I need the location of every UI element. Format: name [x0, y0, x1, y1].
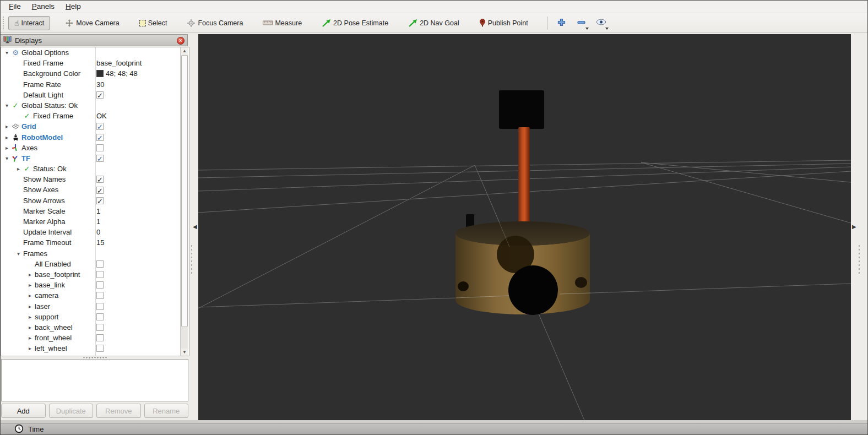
chevron-right-icon[interactable]: ▸: [26, 322, 34, 333]
tool-interact[interactable]: ☝Interact: [8, 16, 50, 30]
menu-panels[interactable]: Panels: [26, 1, 60, 12]
tree-value[interactable]: ✓: [96, 90, 104, 100]
tree-row-marker-scale[interactable]: Marker Scale1: [1, 206, 181, 216]
chevron-down-icon[interactable]: [605, 28, 609, 30]
tree-value[interactable]: ✓: [96, 153, 104, 164]
checkbox[interactable]: ✓: [96, 197, 104, 204]
checkbox[interactable]: [96, 324, 104, 331]
zoom-in-button[interactable]: [555, 16, 569, 30]
menu-help[interactable]: Help: [60, 1, 86, 12]
tree-row-base_link[interactable]: ▸base_link: [1, 280, 181, 290]
tree-row-status-ok[interactable]: ▸✓Status: Ok: [1, 164, 181, 174]
tree-value[interactable]: ✓: [96, 195, 104, 206]
tree-row-update-interval[interactable]: Update Interval0: [1, 227, 181, 237]
add-button[interactable]: Add: [1, 404, 46, 418]
tree-row-fixed-frame[interactable]: Fixed Framebase_footprint: [1, 58, 181, 68]
checkbox[interactable]: [96, 334, 104, 341]
tree-value[interactable]: [96, 343, 104, 354]
checkbox[interactable]: [96, 345, 104, 352]
tree-row-camera[interactable]: ▸camera: [1, 290, 181, 301]
tree-row-support[interactable]: ▸support: [1, 312, 181, 322]
tree-row-frame-timeout[interactable]: Frame Timeout15: [1, 237, 181, 248]
tree-row-laser[interactable]: ▸laser: [1, 301, 181, 312]
checkbox[interactable]: [96, 313, 104, 320]
chevron-right-icon[interactable]: ▸: [26, 343, 34, 354]
toolbar-drag-handle[interactable]: [2, 16, 5, 30]
displays-panel-header[interactable]: Displays ✕: [0, 34, 188, 46]
tree-row-show-names[interactable]: Show Names✓: [1, 174, 181, 184]
chevron-right-icon[interactable]: ▸: [26, 312, 34, 322]
tree-value[interactable]: [96, 301, 104, 312]
tool-select[interactable]: Select: [134, 17, 172, 30]
tree-value[interactable]: ✓: [96, 121, 104, 132]
tree-row-back_wheel[interactable]: ▸back_wheel: [1, 322, 181, 333]
tree-row-show-axes[interactable]: Show Axes✓: [1, 184, 181, 195]
zoom-out-button[interactable]: [574, 16, 589, 30]
tool-move-camera[interactable]: Move Camera: [60, 16, 124, 30]
close-icon[interactable]: ✕: [177, 37, 185, 45]
right-panel-splitter[interactable]: ▶: [851, 33, 868, 420]
tree-value[interactable]: [96, 259, 104, 269]
collapse-left-icon[interactable]: ◀: [193, 224, 197, 230]
tree-row-base_footprint[interactable]: ▸base_footprint: [1, 269, 181, 280]
tool-publish-point[interactable]: Publish Point: [474, 16, 533, 30]
tool-measure[interactable]: Measure: [258, 17, 307, 30]
tree-row-marker-alpha[interactable]: Marker Alpha1: [1, 216, 181, 227]
chevron-right-icon[interactable]: ▸: [26, 280, 34, 290]
tree-value[interactable]: [96, 143, 104, 153]
tree-row-all-enabled[interactable]: All Enabled: [1, 259, 181, 269]
chevron-down-icon[interactable]: ▾: [3, 100, 10, 111]
tree-row-tf[interactable]: ▾TF✓: [1, 153, 181, 164]
tree-row-axes[interactable]: ▸Axes: [1, 143, 181, 153]
tree-value[interactable]: [96, 280, 104, 290]
tree-row-show-arrows[interactable]: Show Arrows✓: [1, 195, 181, 206]
checkbox[interactable]: ✓: [96, 176, 104, 183]
time-panel-header[interactable]: Time: [0, 423, 868, 435]
tree-value[interactable]: base_footprint: [96, 58, 142, 68]
color-swatch[interactable]: [96, 70, 104, 77]
tree-row-fixed-frame[interactable]: ✓Fixed FrameOK: [1, 111, 181, 121]
checkbox[interactable]: ✓: [96, 123, 104, 130]
tree-row-left_wheel[interactable]: ▸left_wheel: [1, 343, 181, 354]
chevron-right-icon[interactable]: ▸: [3, 143, 10, 153]
chevron-down-icon[interactable]: ▾: [15, 248, 22, 259]
chevron-right-icon[interactable]: ▸: [26, 333, 34, 343]
checkbox[interactable]: ✓: [96, 187, 104, 194]
tree-value[interactable]: 1: [96, 216, 100, 227]
tree-row-global-status-ok[interactable]: ▾✓Global Status: Ok: [1, 100, 181, 111]
checkbox[interactable]: [96, 260, 104, 268]
chevron-down-icon[interactable]: ▾: [3, 153, 10, 164]
tree-value[interactable]: OK: [96, 111, 107, 121]
scrollbar-up-icon[interactable]: ▲: [181, 47, 188, 55]
tree-row-background-color[interactable]: Background Color48; 48; 48: [1, 68, 181, 79]
tree-value[interactable]: ✓: [96, 184, 104, 195]
chevron-right-icon[interactable]: ▸: [3, 121, 10, 132]
chevron-right-icon[interactable]: ▸: [26, 301, 34, 312]
tree-value[interactable]: 15: [96, 237, 104, 248]
tree-value[interactable]: 48; 48; 48: [96, 68, 138, 79]
tree-row-front_wheel[interactable]: ▸front_wheel: [1, 333, 181, 343]
tree-row-robotmodel[interactable]: ▸RobotModel✓: [1, 132, 181, 143]
menu-file[interactable]: File: [3, 1, 26, 12]
tree-value[interactable]: ✓: [96, 132, 104, 143]
checkbox[interactable]: [96, 303, 104, 310]
tree-value[interactable]: 30: [96, 79, 104, 90]
scrollbar-down-icon[interactable]: ▼: [181, 349, 188, 356]
checkbox[interactable]: [96, 271, 104, 278]
checkbox[interactable]: [96, 292, 104, 299]
tree-value[interactable]: [96, 322, 104, 333]
tree-value[interactable]: ✓: [96, 174, 104, 184]
scrollbar-thumb[interactable]: [181, 55, 188, 327]
chevron-right-icon[interactable]: ▸: [26, 354, 34, 356]
tool-focus-camera[interactable]: Focus Camera: [182, 16, 248, 30]
tree-value[interactable]: [96, 312, 104, 322]
chevron-right-icon[interactable]: ▸: [26, 290, 34, 301]
checkbox[interactable]: ✓: [96, 91, 104, 99]
tool-2d-pose-estimate[interactable]: 2D Pose Estimate: [317, 16, 393, 30]
visibility-button[interactable]: [594, 16, 609, 30]
checkbox[interactable]: ✓: [96, 134, 104, 141]
tree-row-frame-rate[interactable]: Frame Rate30: [1, 79, 181, 90]
tool-2d-nav-goal[interactable]: 2D Nav Goal: [403, 16, 464, 30]
tree-value[interactable]: [96, 290, 104, 301]
chevron-down-icon[interactable]: ▾: [3, 47, 10, 58]
